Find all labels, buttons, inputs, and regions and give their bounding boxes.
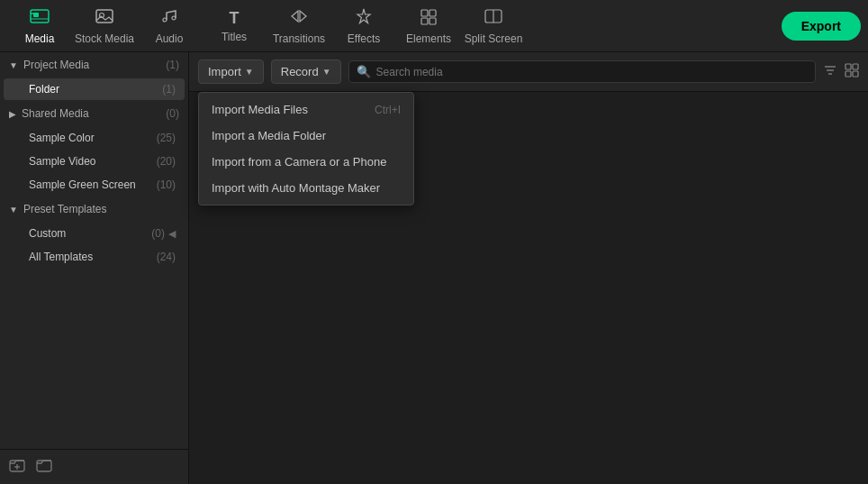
import-dropdown-menu: Import Media Files Ctrl+I Import a Media…	[198, 92, 414, 205]
toolbar-icons	[823, 63, 859, 80]
svg-rect-23	[845, 71, 851, 77]
svg-rect-9	[429, 10, 436, 16]
custom-label: Custom	[29, 227, 66, 240]
nav-titles[interactable]: T Titles	[202, 1, 267, 51]
svg-rect-8	[421, 10, 428, 16]
sidebar-item-sample-color[interactable]: Sample Color (25)	[4, 127, 185, 149]
import-label: Import	[208, 65, 241, 78]
folder-count: (1)	[162, 83, 176, 96]
import-camera-label: Import from a Camera or a Phone	[212, 155, 386, 169]
svg-rect-22	[853, 64, 858, 69]
audio-icon	[159, 7, 179, 30]
svg-rect-1	[33, 13, 39, 17]
nav-split-screen[interactable]: Split Screen	[461, 1, 526, 51]
import-folder-label: Import a Media Folder	[212, 129, 326, 142]
split-screen-icon	[484, 7, 503, 30]
titles-icon: T	[230, 9, 240, 28]
all-templates-count: (24)	[157, 251, 176, 263]
dropdown-import-files[interactable]: Import Media Files Ctrl+I	[199, 96, 413, 123]
nav-media[interactable]: Media	[7, 1, 72, 51]
svg-rect-10	[421, 18, 428, 24]
preset-templates-label: Preset Templates	[23, 203, 107, 215]
grid-view-icon[interactable]	[845, 63, 859, 80]
nav-stock-media[interactable]: Stock Media	[72, 1, 137, 51]
dropdown-import-folder[interactable]: Import a Media Folder	[199, 123, 413, 149]
sidebar-item-sample-video[interactable]: Sample Video (20)	[4, 151, 185, 172]
nav-media-label: Media	[25, 32, 55, 45]
add-media-folder-icon[interactable]	[9, 457, 25, 477]
import-button[interactable]: Import ▼	[198, 59, 264, 84]
nav-effects-label: Effects	[348, 32, 380, 45]
main-area: ▼ Project Media (1) Folder (1) ▶ Shared …	[0, 52, 868, 484]
content-area: Import ▼ Record ▼ 🔍	[189, 52, 868, 484]
shared-media-count: (0)	[166, 107, 179, 120]
sidebar-item-all-templates[interactable]: All Templates (24)	[4, 246, 185, 268]
sidebar-project-media-header[interactable]: ▼ Project Media (1)	[0, 52, 188, 78]
sample-video-count: (20)	[157, 155, 176, 168]
sample-color-count: (25)	[157, 132, 176, 144]
nav-titles-label: Titles	[222, 31, 247, 43]
search-input[interactable]	[376, 66, 808, 78]
nav-split-screen-label: Split Screen	[465, 32, 523, 45]
stock-media-icon	[95, 7, 114, 30]
sample-green-count: (10)	[157, 178, 176, 191]
search-icon: 🔍	[357, 65, 371, 78]
nav-effects[interactable]: Effects	[331, 1, 396, 51]
sidebar-item-folder[interactable]: Folder (1)	[4, 78, 185, 100]
nav-audio[interactable]: Audio	[137, 1, 202, 51]
export-button[interactable]: Export	[782, 12, 861, 41]
record-dropdown-arrow: ▼	[322, 67, 331, 77]
filter-icon[interactable]	[823, 63, 837, 80]
sidebar-item-custom[interactable]: Custom (0) ◀	[4, 223, 185, 244]
toolbar: Import ▼ Record ▼ 🔍	[189, 52, 868, 92]
nav-transitions-label: Transitions	[273, 32, 325, 45]
svg-rect-4	[96, 10, 113, 23]
record-label: Record	[281, 65, 319, 78]
sample-green-label: Sample Green Screen	[29, 178, 136, 191]
nav-transitions[interactable]: Transitions	[267, 1, 331, 51]
shared-media-chevron: ▶	[9, 109, 16, 119]
sidebar-item-sample-green[interactable]: Sample Green Screen (10)	[4, 174, 185, 196]
svg-rect-21	[845, 64, 851, 69]
effects-icon	[354, 7, 374, 30]
folder-label: Folder	[29, 83, 59, 96]
import-dropdown-arrow: ▼	[245, 67, 254, 77]
project-media-label: Project Media	[23, 59, 89, 71]
dropdown-import-auto-montage[interactable]: Import with Auto Montage Maker	[199, 175, 413, 201]
all-templates-label: All Templates	[29, 251, 93, 263]
custom-count: (0)	[151, 227, 165, 240]
project-media-count: (1)	[166, 59, 179, 71]
nav-elements[interactable]: Elements	[396, 1, 461, 51]
dropdown-import-camera[interactable]: Import from a Camera or a Phone	[199, 149, 413, 175]
svg-rect-11	[429, 18, 436, 24]
sample-color-label: Sample Color	[29, 132, 95, 144]
nav-stock-media-label: Stock Media	[75, 32, 134, 45]
nav-audio-label: Audio	[156, 32, 184, 45]
sidebar-shared-media-header[interactable]: ▶ Shared Media (0)	[0, 101, 188, 126]
sample-video-label: Sample Video	[29, 155, 96, 168]
top-nav: Media Stock Media Audio T Titles	[0, 0, 868, 52]
nav-elements-label: Elements	[406, 32, 451, 45]
record-button[interactable]: Record ▼	[271, 59, 341, 84]
shared-media-label: Shared Media	[22, 107, 89, 120]
sidebar: ▼ Project Media (1) Folder (1) ▶ Shared …	[0, 52, 189, 484]
preset-templates-chevron: ▼	[9, 205, 18, 215]
transitions-icon	[289, 7, 309, 30]
svg-rect-17	[37, 461, 51, 471]
svg-rect-24	[853, 71, 858, 77]
import-auto-montage-label: Import with Auto Montage Maker	[212, 181, 380, 195]
sidebar-bottom-bar	[0, 449, 188, 484]
media-icon	[30, 7, 50, 30]
search-box: 🔍	[348, 60, 816, 83]
new-folder-icon[interactable]	[36, 457, 52, 477]
import-files-shortcut: Ctrl+I	[375, 104, 401, 116]
project-media-chevron: ▼	[9, 60, 18, 70]
import-files-label: Import Media Files	[212, 103, 308, 116]
sidebar-preset-templates-header[interactable]: ▼ Preset Templates	[0, 196, 188, 222]
elements-icon	[419, 7, 439, 30]
